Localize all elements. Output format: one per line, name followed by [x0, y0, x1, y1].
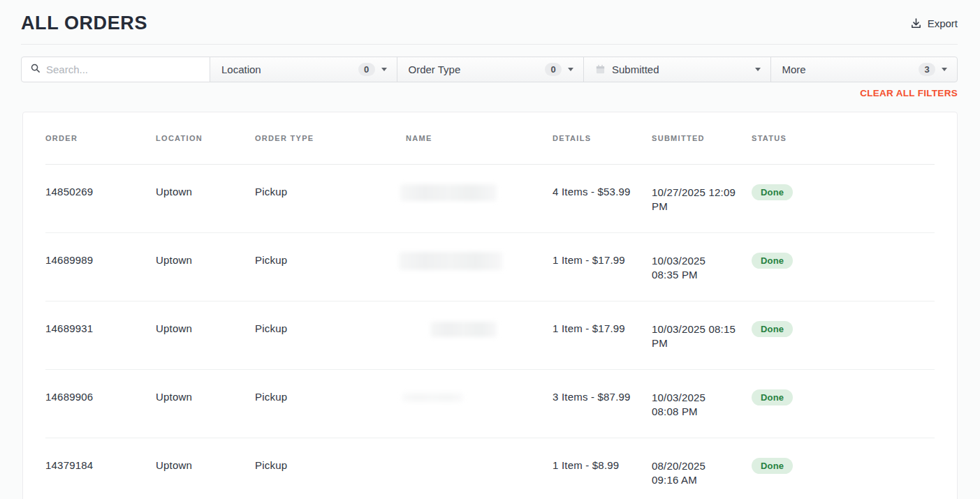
table-row[interactable]: 14689906 Uptown Pickup 3 Items - $87.99 … [45, 370, 935, 438]
top-header: ALL ORDERS Export [21, 0, 958, 34]
clear-all-filters-button[interactable]: CLEAR ALL FILTERS [860, 88, 958, 98]
filter-location-label: Location [221, 64, 358, 75]
order-submitted: 10/03/2025 08:08 PM [652, 391, 752, 419]
order-details: 1 Item - $17.99 [553, 254, 652, 266]
filter-more[interactable]: More 3 [770, 57, 958, 82]
order-location: Uptown [156, 391, 255, 403]
column-header-submitted: SUBMITTED [652, 134, 752, 142]
page: ALL ORDERS Export Location 0 [0, 0, 980, 499]
table-header-row: ORDER LOCATION ORDER TYPE NAME DETAILS S… [45, 112, 935, 165]
chevron-down-icon [568, 68, 573, 71]
search-input[interactable] [46, 64, 203, 75]
column-header-status: STATUS [752, 134, 935, 142]
orders-table: ORDER LOCATION ORDER TYPE NAME DETAILS S… [22, 112, 958, 499]
column-header-details: DETAILS [553, 134, 652, 142]
filter-order-type-label: Order Type [409, 64, 546, 75]
order-submitted: 10/03/2025 08:15 PM [652, 322, 752, 350]
order-details: 3 Items - $87.99 [553, 391, 652, 403]
chevron-down-icon [381, 68, 387, 71]
order-type: Pickup [255, 391, 406, 403]
page-title: ALL ORDERS [21, 13, 147, 34]
order-number: 14850269 [45, 186, 156, 198]
column-header-order: ORDER [45, 134, 156, 142]
order-number: 14379184 [45, 459, 156, 471]
status-badge: Done [752, 458, 793, 474]
table-row[interactable]: 14689989 Uptown Pickup 1 Item - $17.99 1… [45, 233, 935, 301]
filter-more-count: 3 [919, 63, 935, 76]
customer-name-redacted [400, 184, 497, 201]
order-type: Pickup [255, 322, 406, 334]
clear-filters-row: CLEAR ALL FILTERS [21, 87, 958, 100]
search-icon [30, 63, 41, 76]
status-badge: Done [752, 253, 793, 269]
chevron-down-icon [755, 68, 761, 71]
download-icon [910, 17, 922, 29]
order-location: Uptown [156, 186, 255, 198]
filter-bar: Location 0 Order Type 0 Submitted More 3 [21, 57, 958, 82]
customer-name-redacted [402, 393, 463, 402]
filter-submitted-label: Submitted [612, 64, 755, 75]
calendar-icon [595, 64, 606, 75]
filter-location[interactable]: Location 0 [210, 57, 397, 82]
order-location: Uptown [156, 459, 255, 471]
filter-order-type-count: 0 [545, 63, 562, 76]
order-type: Pickup [255, 459, 406, 471]
chevron-down-icon [942, 68, 947, 71]
status-badge: Done [752, 389, 793, 405]
order-details: 1 Item - $8.99 [553, 459, 652, 471]
order-submitted: 10/03/2025 08:35 PM [652, 254, 752, 282]
filter-submitted[interactable]: Submitted [583, 57, 771, 82]
column-header-order-type: ORDER TYPE [255, 134, 406, 142]
order-details: 1 Item - $17.99 [553, 322, 652, 334]
column-header-location: LOCATION [156, 134, 255, 142]
column-header-name: NAME [406, 134, 553, 142]
status-badge: Done [752, 184, 793, 200]
order-type: Pickup [255, 186, 406, 198]
table-row[interactable]: 14850269 Uptown Pickup 4 Items - $53.99 … [45, 165, 935, 233]
table-row[interactable]: 14379184 Uptown Pickup 1 Item - $8.99 08… [45, 438, 935, 499]
order-submitted: 08/20/2025 09:16 AM [652, 459, 752, 487]
filter-more-label: More [782, 64, 919, 75]
order-number: 14689989 [45, 254, 156, 266]
table-row[interactable]: 14689931 Uptown Pickup 1 Item - $17.99 1… [45, 301, 935, 370]
order-location: Uptown [156, 254, 255, 266]
search-box[interactable] [21, 57, 210, 82]
order-number: 14689931 [45, 322, 156, 334]
customer-name-redacted [399, 252, 502, 270]
filter-location-count: 0 [358, 63, 375, 76]
export-label: Export [928, 17, 958, 29]
filter-order-type[interactable]: Order Type 0 [397, 57, 585, 82]
customer-name-redacted [430, 322, 497, 337]
header-divider [21, 44, 958, 45]
export-button[interactable]: Export [910, 17, 958, 29]
order-submitted: 10/27/2025 12:09 PM [652, 186, 752, 214]
order-details: 4 Items - $53.99 [553, 186, 652, 198]
order-number: 14689906 [45, 391, 156, 403]
order-location: Uptown [156, 322, 255, 334]
order-type: Pickup [255, 254, 406, 266]
status-badge: Done [752, 321, 793, 337]
